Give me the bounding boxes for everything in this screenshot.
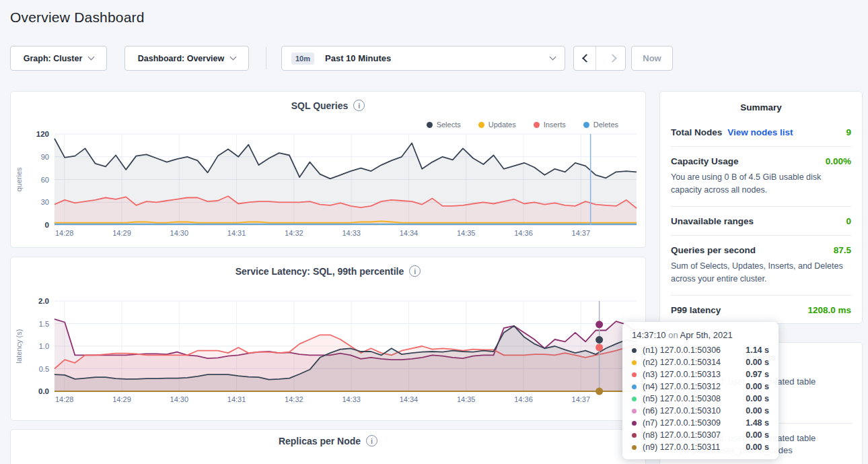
- svg-text:14:34: 14:34: [400, 229, 419, 237]
- tooltip-node-row: (n9) 127.0.0.1:503110.00 s: [632, 441, 769, 453]
- svg-text:14:29: 14:29: [112, 395, 131, 403]
- tooltip-node-row: (n7) 127.0.0.1:503091.48 s: [632, 417, 769, 429]
- queries-per-second-value: 87.5: [834, 245, 851, 255]
- chevron-right-icon: [608, 54, 617, 63]
- summary-row-total-nodes: Total Nodes View nodes list 9: [671, 118, 851, 147]
- svg-text:90: 90: [41, 153, 49, 161]
- svg-text:14:35: 14:35: [457, 229, 476, 237]
- summary-row-capacity-usage: Capacity Usage 0.00% You are using 0 B o…: [671, 147, 851, 207]
- svg-text:30: 30: [41, 198, 49, 206]
- series-dot-icon: [632, 397, 637, 401]
- capacity-usage-label: Capacity Usage: [671, 156, 739, 166]
- time-range-dropdown[interactable]: 10m Past 10 Minutes: [281, 46, 565, 71]
- tooltip-node-row: (n8) 127.0.0.1:503070.00 s: [632, 429, 769, 441]
- summary-panel: Summary Total Nodes View nodes list 9 Ca…: [659, 91, 863, 324]
- tooltip-node-value: 0.00 s: [746, 430, 769, 440]
- tooltip-on: on: [668, 330, 678, 340]
- tooltip-node-address: (n5) 127.0.0.1:50308: [643, 394, 742, 403]
- now-button[interactable]: Now: [631, 46, 673, 71]
- svg-text:14:29: 14:29: [112, 229, 131, 237]
- svg-text:0: 0: [45, 221, 49, 229]
- chevron-down-icon: [550, 54, 556, 61]
- toolbar-divider: [266, 47, 266, 69]
- tooltip-node-value: 1.14 s: [746, 345, 769, 355]
- time-range-label: Past 10 Minutes: [325, 53, 544, 63]
- total-nodes-value: 9: [846, 127, 851, 137]
- tooltip-node-row: (n6) 127.0.0.1:503100.00 s: [632, 405, 769, 417]
- svg-text:14:28: 14:28: [55, 395, 74, 403]
- tooltip-node-address: (n6) 127.0.0.1:50310: [643, 406, 742, 416]
- tooltip-node-row: (n5) 127.0.0.1:503080.00 s: [632, 393, 769, 405]
- tooltip-node-row: (n4) 127.0.0.1:503120.00 s: [632, 380, 769, 393]
- graph-dropdown[interactable]: Graph: Cluster: [10, 46, 107, 71]
- series-dot-icon: [632, 385, 637, 389]
- series-dot-icon: [632, 372, 637, 377]
- service-latency-chart[interactable]: 14:2814:2914:3014:3114:3214:3314:3414:35…: [11, 257, 647, 422]
- svg-text:60: 60: [41, 176, 49, 184]
- tooltip-node-row: (n3) 127.0.0.1:503130.97 s: [632, 368, 769, 380]
- svg-text:14:36: 14:36: [514, 395, 533, 403]
- svg-text:14:30: 14:30: [170, 229, 189, 237]
- p99-latency-value: 1208.0 ms: [807, 305, 851, 315]
- chevron-left-icon: [582, 54, 591, 63]
- tooltip-node-value: 0.00 s: [746, 358, 769, 367]
- time-range-badge: 10m: [291, 53, 314, 65]
- svg-text:14:34: 14:34: [400, 395, 419, 403]
- tooltip-node-value: 0.00 s: [746, 382, 769, 391]
- tooltip-date: Apr 5th, 2021: [680, 330, 733, 340]
- tooltip-node-address: (n9) 127.0.0.1:50311: [643, 442, 742, 452]
- view-nodes-list-link[interactable]: View nodes list: [727, 127, 793, 137]
- svg-text:14:30: 14:30: [170, 395, 189, 403]
- tooltip-node-value: 1.48 s: [746, 418, 769, 428]
- svg-text:14:33: 14:33: [342, 395, 361, 403]
- svg-text:latency (s): latency (s): [15, 329, 23, 364]
- series-dot-icon: [632, 348, 637, 353]
- svg-text:0.5: 0.5: [39, 365, 49, 373]
- svg-text:120: 120: [36, 130, 49, 138]
- series-dot-icon: [632, 445, 637, 450]
- replicas-per-node-title: Replicas per Node: [279, 436, 361, 446]
- chevron-down-icon: [88, 54, 95, 61]
- tooltip-node-value: 0.00 s: [746, 442, 769, 452]
- tooltip-node-address: (n3) 127.0.0.1:50313: [643, 370, 742, 379]
- summary-heading: Summary: [660, 92, 862, 112]
- tooltip-node-value: 0.97 s: [746, 370, 769, 379]
- svg-text:14:37: 14:37: [572, 229, 591, 237]
- svg-text:2.0: 2.0: [38, 297, 49, 305]
- svg-text:14:35: 14:35: [457, 395, 476, 403]
- tooltip-node-address: (n8) 127.0.0.1:50307: [643, 430, 742, 440]
- dashboard-dropdown-label: Dashboard: Overview: [138, 54, 225, 63]
- chart-hover-tooltip: 14:37:10 on Apr 5th, 2021 (n1) 127.0.0.1…: [622, 322, 779, 459]
- svg-text:14:33: 14:33: [342, 229, 361, 237]
- svg-text:14:36: 14:36: [514, 229, 533, 237]
- series-dot-icon: [632, 409, 637, 413]
- queries-per-second-label: Queries per second: [671, 245, 756, 255]
- tooltip-timestamp: 14:37:10 on Apr 5th, 2021: [632, 330, 769, 340]
- next-time-button[interactable]: [603, 46, 625, 70]
- tooltip-node-value: 0.00 s: [746, 394, 769, 403]
- capacity-usage-value: 0.00%: [826, 156, 851, 166]
- svg-text:0.0: 0.0: [38, 387, 49, 395]
- service-latency-card: Service Latency: SQL, 99th percentile i …: [10, 257, 646, 421]
- dashboard-dropdown[interactable]: Dashboard: Overview: [124, 46, 249, 71]
- chevron-down-icon: [230, 54, 237, 61]
- svg-text:1.5: 1.5: [39, 320, 49, 328]
- tooltip-node-address: (n2) 127.0.0.1:50314: [643, 358, 742, 367]
- svg-text:1.0: 1.0: [39, 342, 49, 350]
- replicas-per-node-card: Replicas per Node i: [10, 429, 646, 464]
- svg-text:14:31: 14:31: [227, 395, 246, 403]
- page-title: Overview Dashboard: [10, 9, 145, 26]
- graph-dropdown-label: Graph: Cluster: [24, 54, 83, 63]
- series-dot-icon: [632, 421, 637, 426]
- capacity-usage-note: You are using 0 B of 4.5 GiB usable disk…: [671, 171, 851, 197]
- svg-text:14:32: 14:32: [285, 395, 303, 403]
- tooltip-time: 14:37:10: [632, 330, 666, 340]
- total-nodes-label: Total Nodes: [671, 127, 722, 137]
- info-icon[interactable]: i: [366, 435, 377, 446]
- svg-text:14:31: 14:31: [227, 229, 246, 237]
- previous-time-button[interactable]: [574, 46, 596, 70]
- svg-text:14:37: 14:37: [572, 395, 591, 403]
- queries-per-second-note: Sum of Selects, Updates, Inserts, and De…: [671, 260, 851, 286]
- sql-queries-chart[interactable]: 14:2814:2914:3014:3114:3214:3314:3414:35…: [11, 92, 647, 248]
- series-dot-icon: [632, 433, 637, 438]
